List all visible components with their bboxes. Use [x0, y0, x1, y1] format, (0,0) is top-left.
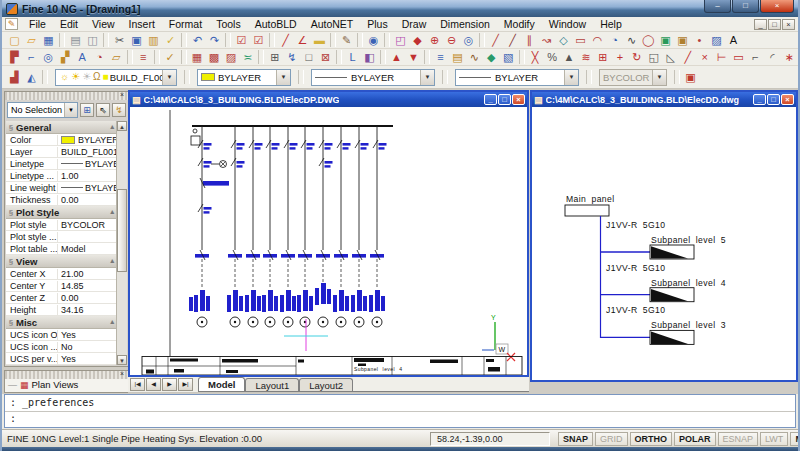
break-button[interactable]: ▭ [730, 50, 747, 65]
menu-autobld[interactable]: AutoBLD [248, 17, 304, 31]
palette-grip[interactable]: × [5, 92, 128, 100]
tab-layout1[interactable]: Layout1 [245, 378, 299, 391]
menu-dimension[interactable]: Dimension [433, 17, 497, 31]
open-button[interactable]: ▱ [23, 33, 40, 48]
make-object-layer-current-button[interactable]: ▣ [682, 70, 699, 85]
viewport-polyline-button[interactable]: ↯ [283, 50, 300, 65]
chevron-down-icon[interactable]: ▼ [276, 70, 290, 85]
xref-button[interactable]: ▧ [500, 50, 517, 65]
make-block-button[interactable]: ▣ [674, 33, 691, 48]
rotate-button[interactable]: ↻ [628, 50, 645, 65]
print-preview-button[interactable]: ◫ [84, 33, 101, 48]
toggle-esnap[interactable]: ESNAP [718, 432, 759, 446]
chevron-down-icon[interactable]: ▼ [64, 103, 77, 117]
dist-button[interactable]: ╱ [277, 33, 294, 48]
linetype-combo[interactable]: BYLAYER ▼ [311, 69, 435, 86]
copy-button[interactable]: % [544, 50, 561, 65]
drawing-window-title-bar[interactable]: ▤ C:\4M\CALC\8_3_BUILDING.BLD\ElecDD.dwg… [532, 92, 796, 107]
zoom-out-button[interactable]: ⊖ [443, 33, 460, 48]
ellipse-button[interactable]: ◯ [640, 33, 657, 48]
menu-draw[interactable]: Draw [395, 17, 434, 31]
property-value[interactable]: No [58, 342, 116, 352]
hatch-button[interactable]: ▨ [708, 33, 725, 48]
polygon-button[interactable]: ◇ [555, 33, 572, 48]
section-header-plot-style[interactable]: §Plot Style▴ [6, 206, 116, 219]
block-library-button[interactable]: ◆ [483, 50, 500, 65]
close-button[interactable]: × [512, 94, 525, 105]
bld-update-button[interactable]: ✓ [162, 50, 179, 65]
mirror-button[interactable]: ▲ [561, 50, 578, 65]
zoom-extents-button[interactable]: ◎ [460, 33, 477, 48]
property-value[interactable]: BYLAYER [58, 183, 116, 193]
construction-line-button[interactable]: ╱ [504, 33, 521, 48]
tab-model[interactable]: Model [198, 377, 245, 391]
menu-view[interactable]: View [85, 17, 122, 31]
tab-layout2[interactable]: Layout2 [299, 378, 353, 391]
layer-combo[interactable]: ☼☀☀Ω■ BUILD_FL001_US ▼ [55, 69, 177, 86]
plot-style-manager-button[interactable]: ☑ [233, 33, 250, 48]
minimize-button[interactable]: – [704, 0, 731, 13]
property-value[interactable]: Yes [58, 330, 116, 340]
property-value[interactable]: 34.16 [58, 305, 116, 315]
bld-rooms-button[interactable]: ▞ [57, 50, 74, 65]
array-button[interactable]: ⊞ [594, 50, 611, 65]
multiline-button[interactable]: ∥ [521, 33, 538, 48]
drawing-canvas-elecdp[interactable]: YWSubpanel level 4 [130, 107, 527, 375]
plan-views-item[interactable]: — ▦ Plan Views [5, 379, 128, 390]
paste-button[interactable]: ▥ [145, 33, 162, 48]
net-circuit-button[interactable]: ▩ [205, 50, 222, 65]
viewport-rect-button[interactable]: □ [300, 50, 317, 65]
bld-north-button[interactable]: ◔ [91, 50, 108, 65]
angle-button[interactable]: ∠ [294, 33, 311, 48]
quick-select-button[interactable]: ⊞ [80, 103, 94, 117]
menu-insert[interactable]: Insert [122, 17, 162, 31]
bld-find-button[interactable]: ◎ [40, 50, 57, 65]
layer-on-bulb-icon[interactable]: ☼ [60, 72, 69, 82]
selection-combo[interactable]: No Selection ▼ [7, 102, 78, 118]
collapse-arrow-icon[interactable]: ▴ [110, 318, 114, 326]
maximize-button[interactable]: □ [498, 94, 511, 105]
scroll-up-icon[interactable]: ▲ [117, 121, 127, 131]
section-header-view[interactable]: §View▴ [6, 255, 116, 268]
toggle-grid[interactable]: GRID [595, 432, 628, 446]
sketch-button[interactable]: ✎ [338, 33, 355, 48]
drawing-window-title-bar[interactable]: ▤ C:\4M\CALC\8_3_BUILDING.BLD\ElecDP.DWG… [130, 92, 527, 107]
chevron-down-icon[interactable]: ▼ [564, 70, 578, 85]
tab-next-button[interactable]: ▶ [162, 378, 177, 391]
menu-modify[interactable]: Modify [497, 17, 542, 31]
lineweight-combo[interactable]: BYLAYER ▼ [455, 69, 579, 86]
lengthen-button[interactable]: ╱ [679, 50, 696, 65]
property-value[interactable]: BYCOLOR [58, 220, 116, 230]
zoom-realtime-button[interactable]: ◉ [365, 33, 382, 48]
layer-up-button[interactable]: ▲ [388, 50, 405, 65]
close-icon[interactable]: × [117, 91, 127, 100]
menu-tools[interactable]: Tools [209, 17, 248, 31]
undo-button[interactable]: ↶ [189, 33, 206, 48]
section-header-misc[interactable]: §Misc▴ [6, 316, 116, 329]
toggle-lwt[interactable]: LWT [760, 432, 788, 446]
select-objects-button[interactable]: ⇖ [96, 103, 110, 117]
close-button[interactable]: × [781, 94, 794, 105]
bld-text-button[interactable]: A [74, 50, 91, 65]
property-value[interactable]: Model [58, 244, 116, 254]
redo-button[interactable]: ↷ [206, 33, 223, 48]
property-value[interactable]: 21.00 [58, 269, 116, 279]
property-value[interactable]: Yes [58, 354, 116, 364]
bld-walls-button[interactable]: ▛ [6, 50, 23, 65]
layer-lock-icon[interactable]: Ω [93, 72, 100, 82]
explode-button[interactable]: ∗ [781, 50, 798, 65]
net-legend-button[interactable]: ≍ [239, 50, 256, 65]
ucs-button[interactable]: L [344, 50, 361, 65]
bld-3d-view-button[interactable]: ▟ [6, 70, 23, 85]
chevron-down-icon[interactable]: ▼ [420, 70, 434, 85]
mdi-minimize-button[interactable]: _ [754, 19, 767, 30]
layer-freeze-sun-icon[interactable]: ☀ [71, 72, 80, 82]
match-properties-button[interactable]: ✓ [162, 33, 179, 48]
zoom-dynamic-button[interactable]: ◆ [409, 33, 426, 48]
property-value[interactable]: 14.85 [58, 281, 116, 291]
viewport-grid-button[interactable]: ⊞ [266, 50, 283, 65]
bld-sheet-button[interactable]: ▱ [108, 50, 125, 65]
section-header-general[interactable]: §General▴ [6, 121, 116, 134]
menu-help[interactable]: Help [593, 17, 629, 31]
tab-prev-button[interactable]: ◀ [146, 378, 161, 391]
